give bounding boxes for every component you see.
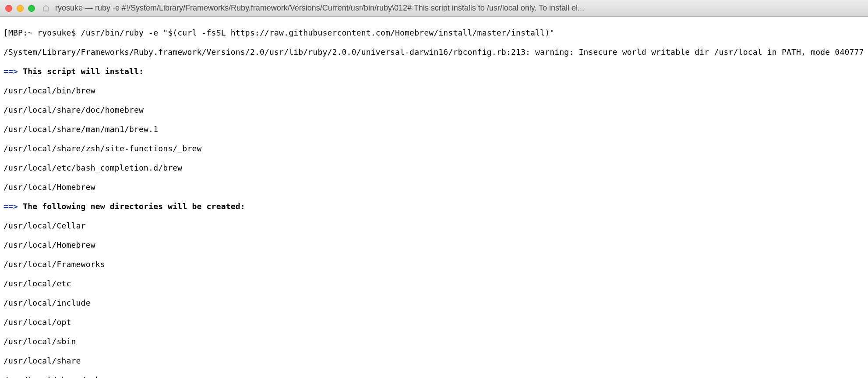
install-path: /usr/local/share/man/man1/brew.1 (4, 125, 864, 134)
shell-prompt: [MBP:~ ryosuke$ (4, 28, 81, 37)
shell-command: /usr/bin/ruby -e "$(curl -fsSL https://r… (81, 28, 555, 37)
new-dir: /usr/local/opt (4, 317, 864, 327)
install-path: /usr/local/etc/bash_completion.d/brew (4, 163, 864, 173)
new-dir: /usr/local/share (4, 356, 864, 366)
install-path: /usr/local/Homebrew (4, 182, 864, 192)
maximize-button[interactable] (28, 5, 35, 12)
arrow-icon: ==> (4, 67, 18, 76)
window-title: ryosuke — ruby -e #!/System/Library/Fram… (54, 4, 863, 13)
create-heading: The following new directories will be cr… (23, 202, 245, 211)
new-dir: /usr/local/Frameworks (4, 260, 864, 269)
window-titlebar: ryosuke — ruby -e #!/System/Library/Fram… (0, 0, 868, 17)
new-dir: /usr/local/sbin (4, 337, 864, 346)
new-dir: /usr/local/Cellar (4, 221, 864, 231)
install-path: /usr/local/bin/brew (4, 86, 864, 96)
warning-line: /System/Library/Frameworks/Ruby.framewor… (4, 47, 864, 57)
install-path: /usr/local/share/doc/homebrew (4, 105, 864, 115)
traffic-lights (5, 5, 35, 12)
new-dir: /usr/local/include (4, 298, 864, 308)
terminal-output[interactable]: [MBP:~ ryosuke$ /usr/bin/ruby -e "$(curl… (0, 17, 868, 378)
home-icon (42, 4, 50, 12)
arrow-icon: ==> (4, 202, 18, 211)
install-heading: This script will install: (23, 67, 144, 76)
new-dir: /usr/local/etc (4, 279, 864, 289)
close-button[interactable] (5, 5, 12, 12)
new-dir: /usr/local/Homebrew (4, 240, 864, 250)
install-path: /usr/local/share/zsh/site-functions/_bre… (4, 144, 864, 153)
new-dir: /usr/local/share/zsh (4, 375, 864, 378)
minimize-button[interactable] (17, 5, 24, 12)
